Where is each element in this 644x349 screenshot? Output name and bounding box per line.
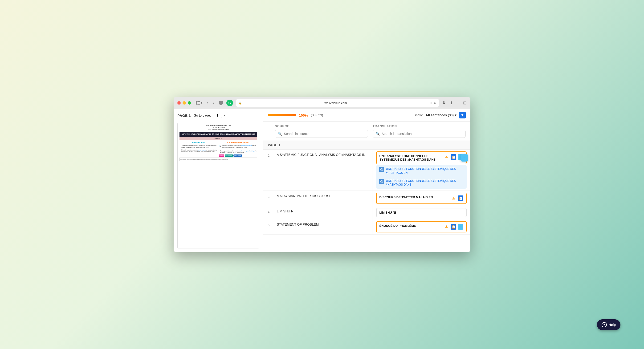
doc-author: LIM SHU NI — [180, 137, 257, 140]
suggestion-text-2: UNE ANALYSE FONCTIONNELLE SYSTEMIQUE DES… — [386, 179, 464, 187]
doc-bullet-1: ☐ #Hashtags were introduced as a tool fo… — [180, 145, 218, 148]
translation-input[interactable]: UNE ANALYSE FONCTIONNELLE SYSTEMIQUE DES… — [376, 152, 467, 164]
filter-icon[interactable] — [459, 112, 466, 118]
source-header: SOURCE — [275, 124, 368, 128]
page-header: PAGE 1 Go to page: ▾ — [177, 113, 259, 120]
translation-input[interactable]: ÉNONCÉ DU PROBLÈME ⚠ 📋 → — [376, 221, 467, 232]
page-chevron-icon: ▾ — [224, 114, 226, 117]
row-number: 3 — [268, 191, 275, 206]
translation-column: TRANSLATION 🔍 — [373, 124, 466, 138]
source-search-box[interactable]: 🔍 — [275, 130, 368, 138]
translate-icon: ⊞ — [430, 101, 432, 105]
maximize-button[interactable] — [188, 101, 191, 104]
doc-bullet-2: ☐ People have demonstrated creative uses… — [180, 149, 218, 153]
lock-icon: 🔒 — [238, 102, 242, 104]
help-button[interactable]: ? Help — [597, 319, 620, 330]
translation-cell[interactable]: DISCOURS DE TWITTER MALAISIEN ⚠ 📋 — [372, 191, 471, 206]
warning-icon[interactable]: ⚠ — [450, 196, 456, 201]
table-row: 4 LIM SHU NI LIM SHU NI — [263, 206, 470, 219]
progress-fill — [268, 114, 296, 116]
suggestion-item-2[interactable]: UNE ANALYSE FONCTIONNELLE SYSTEMIQUE DES… — [376, 177, 467, 189]
source-cell: MALAYSIAN TWITTER DISCOURSE — [275, 191, 372, 206]
arrow-icon[interactable]: → — [458, 224, 463, 230]
sidebar-chevron-icon: ▾ — [201, 101, 202, 104]
translation-header: TRANSLATION — [373, 124, 466, 128]
table-row: 5 STATEMENT OF PROBLEM ÉNONCÉ DU PROBLÈM… — [263, 219, 470, 234]
progress-track — [268, 114, 296, 116]
share-icon[interactable]: ⬆ — [450, 100, 453, 106]
translation-cell[interactable]: UNE ANALYSE FONCTIONNELLE SYSTEMIQUE DES… — [372, 150, 471, 190]
doc-title: A SYSTEMIC FUNCTIONAL ANALYSIS OF #HASHT… — [180, 132, 257, 137]
svg-rect-0 — [196, 101, 197, 104]
progress-area: 100% (33 / 33) Show: All sentences (33) … — [263, 109, 470, 122]
translation-text: UNE ANALYSE FONCTIONNELLE SYSTEMIQUE DES… — [380, 154, 442, 161]
minimize-button[interactable] — [182, 101, 186, 104]
back-button[interactable]: ‹ — [205, 100, 210, 106]
suggestion-icon-1 — [379, 167, 384, 172]
grammarly-icon[interactable]: G — [226, 100, 233, 106]
warning-icon[interactable]: ⚠ — [444, 154, 449, 160]
translation-input[interactable]: LIM SHU NI — [376, 208, 467, 217]
source-column: SOURCE 🔍 — [275, 124, 373, 138]
goto-page-label: Go to page: ▾ — [194, 113, 226, 118]
intro-title: INTRODUCTION — [180, 142, 218, 144]
page-number-input[interactable] — [213, 113, 222, 118]
suggestion-icon-2 — [379, 179, 384, 184]
document-preview: DEPARTMENT OF LANGUAGES AND LINGUISTICS … — [177, 123, 259, 248]
row-number: 4 — [268, 206, 275, 219]
translation-text: DISCOURS DE TWITTER MALAISIEN — [380, 196, 449, 199]
svg-rect-1 — [198, 101, 200, 102]
page-section-header: PAGE 1 — [263, 141, 470, 150]
grid-icon[interactable]: ⊞ — [463, 100, 467, 106]
progress-percentage: 100% — [299, 113, 308, 117]
copy-icon[interactable]: 📋 — [450, 154, 456, 160]
source-cell: STATEMENT OF PROBLEM — [275, 219, 372, 234]
translation-input[interactable]: DISCOURS DE TWITTER MALAISIEN ⚠ 📋 — [376, 193, 467, 204]
title-bar: ▾ ‹ › G 🔒 we.redokun.com ⊞ ↻ ⬇ — [174, 97, 470, 109]
table-row: 3 MALAYSIAN TWITTER DISCOURSE DISCOURS D… — [263, 191, 470, 206]
show-label: Show: — [414, 113, 423, 117]
doc-dept: DEPARTMENT OF LANGUAGES AND LINGUISTICS … — [180, 125, 257, 131]
float-action-btn[interactable]: → — [460, 154, 468, 162]
copy-icon[interactable]: 📋 — [458, 196, 463, 201]
address-bar[interactable]: 🔒 we.redokun.com ⊞ ↻ — [236, 99, 439, 107]
close-button[interactable] — [177, 101, 181, 104]
source-cell: A SYSTEMIC FUNCTIONAL ANALYSIS OF #HASHT… — [275, 150, 372, 190]
doc-problem-2: Existing semiotic studies tend to single… — [219, 150, 257, 154]
row-number: 5 — [268, 219, 275, 234]
translation-text: LIM SHU NI — [380, 211, 464, 214]
show-chevron-icon: ▾ — [454, 113, 456, 117]
show-select-button[interactable]: All sentences (33) ▾ — [426, 113, 456, 117]
suggestion-item-1[interactable]: UNE ANALYSE FONCTIONNELLE SYSTÉMIQUE DES… — [376, 165, 467, 177]
add-tab-icon[interactable]: + — [457, 100, 459, 106]
help-icon: ? — [602, 322, 607, 327]
forward-button[interactable]: › — [211, 100, 216, 106]
left-panel: PAGE 1 Go to page: ▾ DEPARTMENT OF LANGU… — [174, 109, 263, 252]
source-search-input[interactable] — [284, 132, 365, 136]
svg-rect-2 — [198, 103, 200, 103]
nav-buttons: ‹ › — [205, 100, 216, 106]
suggestion-list: UNE ANALYSE FONCTIONNELLE SYSTÉMIQUE DES… — [376, 165, 467, 189]
warning-icon[interactable]: ⚠ — [444, 224, 449, 230]
source-search-icon: 🔍 — [278, 132, 282, 136]
source-cell: LIM SHU NI — [275, 206, 372, 219]
copy-icon[interactable]: 📋 — [450, 224, 456, 230]
refresh-icon: ↻ — [434, 101, 436, 105]
row-number: 2 — [268, 150, 275, 190]
problem-title: STATEMENT OF PROBLEM — [219, 142, 257, 144]
doc-col-problem: STATEMENT OF PROBLEM 🔍 Hashtags should b… — [219, 142, 257, 156]
browser-window: ▾ ‹ › G 🔒 we.redokun.com ⊞ ↻ ⬇ — [174, 97, 470, 252]
translation-search-input[interactable] — [382, 132, 462, 136]
url-text: we.redokun.com — [243, 101, 428, 105]
translation-cell[interactable]: LIM SHU NI — [372, 206, 471, 219]
sidebar-toggle[interactable]: ▾ — [196, 101, 202, 104]
translation-actions: ⚠ 📋 — [450, 196, 463, 201]
doc-problem-1: Hashtags should be analysed as semiotic … — [222, 145, 257, 148]
translation-search-box[interactable]: 🔍 — [373, 130, 466, 138]
translation-cell[interactable]: ÉNONCÉ DU PROBLÈME ⚠ 📋 → — [372, 219, 471, 234]
right-panel: 100% (33 / 33) Show: All sentences (33) … — [263, 109, 470, 252]
suggestion-text-1: UNE ANALYSE FONCTIONNELLE SYSTÉMIQUE DES… — [386, 167, 464, 175]
svg-rect-3 — [198, 104, 200, 104]
download-icon[interactable]: ⬇ — [442, 100, 446, 106]
doc-columns: INTRODUCTION ☐ #Hashtags were introduced… — [180, 142, 257, 156]
